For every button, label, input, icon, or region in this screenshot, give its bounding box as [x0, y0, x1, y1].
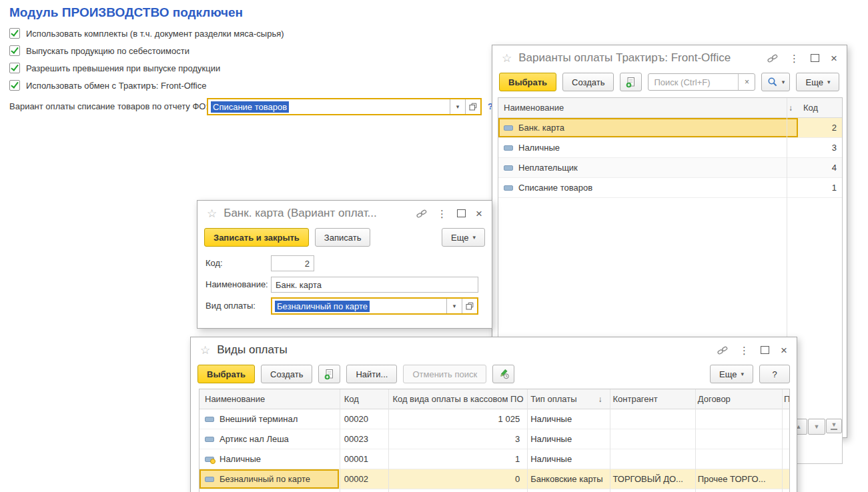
- create-button[interactable]: Создать: [261, 365, 312, 383]
- maximize-icon[interactable]: [811, 54, 819, 62]
- row-contractor-cell[interactable]: [607, 449, 692, 469]
- column-header-cut[interactable]: П: [779, 389, 789, 409]
- table-row[interactable]: Банк. карта 2: [498, 118, 842, 138]
- more-button[interactable]: Еще ▾: [710, 365, 753, 383]
- save-button[interactable]: Записать: [315, 228, 371, 247]
- close-icon[interactable]: ×: [476, 208, 482, 219]
- row-code-cell[interactable]: 1: [798, 178, 842, 197]
- scroll-down-button[interactable]: ▼: [808, 419, 825, 435]
- row-type-cell[interactable]: Наличные: [525, 409, 607, 429]
- create-copy-button[interactable]: [318, 365, 340, 383]
- clear-search-icon[interactable]: ×: [738, 74, 755, 90]
- table-row[interactable]: Внешний терминал 00020 1 025 Наличные: [199, 409, 789, 429]
- get-link-icon[interactable]: [767, 53, 778, 63]
- get-link-icon[interactable]: [717, 345, 728, 355]
- more-button[interactable]: Еще ▾: [442, 228, 485, 247]
- combo-value[interactable]: Списание товаров: [208, 99, 450, 114]
- row-name-cell[interactable]: Наличные: [498, 138, 798, 157]
- column-header-code[interactable]: Код: [798, 98, 842, 117]
- row-name-cell[interactable]: Безналичный по карте: [199, 469, 339, 489]
- row-contractor-cell[interactable]: ТОРГОВЫЙ ДО...: [607, 469, 692, 489]
- checkbox-checked-icon[interactable]: [9, 45, 20, 56]
- favorite-star-icon[interactable]: ☆: [207, 207, 217, 221]
- row-code-cell[interactable]: 00023: [339, 429, 388, 449]
- row-type-cell[interactable]: Наличные: [525, 449, 607, 469]
- pay-type-combo[interactable]: Безналичный по карте ▾: [271, 297, 478, 315]
- checkbox-release-by-cost[interactable]: Выпускать продукцию по себестоимости: [9, 45, 189, 57]
- close-icon[interactable]: ×: [781, 345, 787, 356]
- row-contract-cell[interactable]: Прочее ТОРГО...: [693, 469, 779, 489]
- row-pos-code-cell[interactable]: 1: [387, 449, 525, 469]
- favorite-star-icon[interactable]: ☆: [502, 51, 512, 65]
- favorite-star-icon[interactable]: ☆: [200, 343, 210, 357]
- dropdown-button[interactable]: ▾: [446, 299, 462, 313]
- table-row[interactable]: Артикс нал Леша 00023 3 Наличные: [199, 429, 789, 449]
- row-type-cell[interactable]: Наличные: [525, 429, 607, 449]
- open-value-button[interactable]: [465, 99, 480, 114]
- search-options-button[interactable]: ▾: [761, 73, 790, 91]
- name-field[interactable]: Банк. карта: [271, 277, 478, 293]
- row-contractor-cell[interactable]: [607, 409, 692, 429]
- row-cut-cell[interactable]: [779, 449, 789, 469]
- column-header-pos-code[interactable]: Код вида оплаты в кассовом ПО: [387, 389, 525, 409]
- table-row[interactable]: Безналичный по карте 00002 0 Банковские …: [199, 469, 789, 489]
- more-button[interactable]: Еще ▾: [796, 73, 839, 91]
- row-contract-cell[interactable]: [693, 429, 779, 449]
- row-code-cell[interactable]: 00002: [339, 469, 388, 489]
- window-titlebar[interactable]: ☆ Варианты оплаты Трактиръ: Front-Office…: [492, 45, 847, 71]
- search-box[interactable]: ×: [648, 73, 755, 91]
- row-cut-cell[interactable]: [779, 409, 789, 429]
- checkbox-checked-icon[interactable]: [9, 63, 20, 73]
- table-row[interactable]: Неплательщик 4: [498, 158, 842, 178]
- row-cut-cell[interactable]: [779, 469, 789, 489]
- column-header-contractor[interactable]: Контрагент: [607, 389, 692, 409]
- checkbox-allow-excess[interactable]: Разрешить превышения при выпуске продукц…: [9, 62, 220, 74]
- checkbox-checked-icon[interactable]: [9, 80, 20, 91]
- save-close-button[interactable]: Записать и закрыть: [204, 228, 309, 247]
- table-row[interactable]: Наличные 3: [498, 138, 842, 158]
- table-row[interactable]: Наличные 00001 1 Наличные: [199, 449, 789, 469]
- row-cut-cell[interactable]: [779, 429, 789, 449]
- row-code-cell[interactable]: 00001: [339, 449, 388, 469]
- column-header-contract[interactable]: Договор: [693, 389, 779, 409]
- column-header-code[interactable]: Код: [339, 389, 388, 409]
- table-row[interactable]: Списание товаров 1: [498, 178, 842, 198]
- create-button[interactable]: Создать: [562, 73, 614, 91]
- row-pos-code-cell[interactable]: 0: [387, 469, 525, 489]
- table-header[interactable]: Наименование Код Код вида оплаты в кассо…: [199, 389, 789, 409]
- select-button[interactable]: Выбрать: [499, 73, 556, 91]
- row-pos-code-cell[interactable]: 3: [387, 429, 525, 449]
- table-header[interactable]: Наименование↓ Код: [498, 98, 842, 118]
- checkbox-checked-icon[interactable]: [9, 28, 20, 39]
- help-button[interactable]: ?: [759, 365, 790, 383]
- row-code-cell[interactable]: 3: [798, 138, 842, 157]
- code-field[interactable]: 2: [271, 255, 314, 271]
- open-value-button[interactable]: [462, 299, 477, 313]
- row-code-cell[interactable]: 4: [798, 158, 842, 177]
- cancel-search-button[interactable]: Отменить поиск: [403, 365, 486, 383]
- window-titlebar[interactable]: ☆ Виды оплаты ⋮ ×: [191, 337, 797, 363]
- row-code-cell[interactable]: 2: [798, 118, 842, 137]
- create-copy-button[interactable]: [620, 73, 642, 91]
- scroll-to-end-button[interactable]: ▼: [826, 419, 842, 433]
- get-link-icon[interactable]: [416, 209, 427, 219]
- row-name-cell[interactable]: Банк. карта: [498, 118, 798, 137]
- row-name-cell[interactable]: Списание товаров: [498, 178, 798, 197]
- row-code-cell[interactable]: 00020: [339, 409, 388, 429]
- dropdown-button[interactable]: ▾: [450, 99, 465, 114]
- more-menu-icon[interactable]: ⋮: [437, 209, 447, 219]
- payment-variant-combo[interactable]: Списание товаров ▾: [207, 98, 482, 115]
- more-menu-icon[interactable]: ⋮: [789, 53, 799, 63]
- more-menu-icon[interactable]: ⋮: [739, 345, 749, 355]
- row-contract-cell[interactable]: [693, 409, 779, 429]
- row-name-cell[interactable]: Наличные: [199, 449, 339, 469]
- row-type-cell[interactable]: Банковские карты: [525, 469, 607, 489]
- row-name-cell[interactable]: Артикс нал Леша: [199, 429, 339, 449]
- edit-button[interactable]: [492, 365, 514, 383]
- close-icon[interactable]: ×: [831, 53, 837, 64]
- select-button[interactable]: Выбрать: [197, 365, 255, 383]
- row-name-cell[interactable]: Внешний терминал: [199, 409, 339, 429]
- row-pos-code-cell[interactable]: 1 025: [387, 409, 525, 429]
- maximize-icon[interactable]: [457, 209, 466, 217]
- column-header-name[interactable]: Наименование: [199, 389, 339, 409]
